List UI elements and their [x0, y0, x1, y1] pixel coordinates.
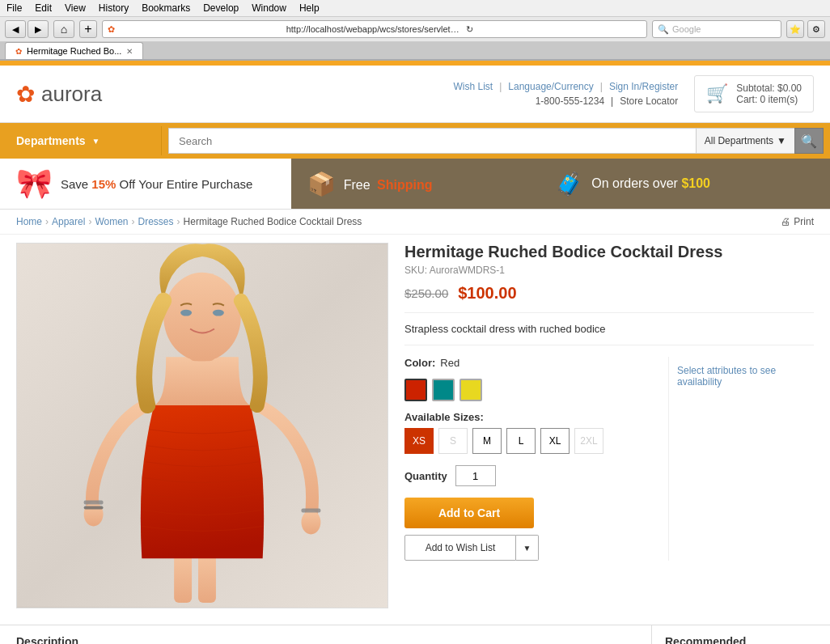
availability-text: Select attributes to see availability: [677, 365, 776, 388]
header-links: Wish List | Language/Currency | Sign In/…: [454, 81, 679, 107]
add-to-cart-button[interactable]: Add to Cart: [404, 498, 534, 528]
svg-point-11: [213, 310, 224, 316]
svg-rect-6: [84, 506, 104, 510]
color-swatch-red[interactable]: [404, 379, 427, 401]
refresh-button[interactable]: ↻: [466, 24, 642, 35]
color-value: Red: [440, 357, 459, 369]
print-button[interactable]: 🖨 Print: [781, 216, 814, 227]
home-button[interactable]: ⌂: [53, 20, 74, 38]
tab-favicon: ✿: [15, 47, 22, 56]
color-label: Color:: [404, 357, 435, 369]
menu-edit[interactable]: Edit: [35, 2, 52, 14]
store-locator-link[interactable]: Store Locator: [620, 95, 678, 107]
browser-chrome: File Edit View History Bookmarks Develop…: [0, 0, 830, 61]
breadcrumb-apparel[interactable]: Apparel: [52, 216, 85, 227]
color-attribute: Color: Red: [404, 357, 644, 369]
promo-shipping: 📦 Free Shipping: [291, 159, 539, 209]
quantity-row: Quantity: [404, 465, 644, 486]
color-swatch-teal[interactable]: [432, 379, 455, 401]
browser-search-bar[interactable]: 🔍 Google: [652, 20, 781, 38]
url-text: http://localhost/webapp/wcs/stores/servl…: [286, 24, 462, 34]
navigation-bar: Departments ▼ All Departments ▼ 🔍: [0, 123, 830, 159]
forward-button[interactable]: ▶: [28, 20, 49, 38]
add-to-wish-list-button[interactable]: Add to Wish List: [404, 535, 516, 561]
search-input[interactable]: [168, 128, 696, 154]
sizes-label: Available Sizes:: [404, 411, 644, 423]
promo-shipping-text: Free Shipping: [344, 175, 436, 193]
quantity-label: Quantity: [404, 470, 447, 482]
menu-history[interactable]: History: [99, 2, 129, 14]
print-label: Print: [794, 216, 814, 227]
color-swatch-yellow[interactable]: [459, 379, 482, 401]
size-s[interactable]: S: [438, 428, 468, 454]
departments-button[interactable]: Departments ▼: [0, 126, 162, 155]
departments-arrow-icon: ▼: [92, 137, 100, 146]
breadcrumb-women[interactable]: Women: [95, 216, 128, 227]
bookmark-button[interactable]: ⭐: [786, 20, 804, 38]
quantity-input[interactable]: [455, 465, 496, 486]
product-image-placeholder: [17, 244, 387, 608]
sku-value: AuroraWMDRS-1: [430, 265, 505, 276]
departments-label: Departments: [16, 134, 86, 147]
back-button[interactable]: ◀: [5, 20, 26, 38]
search-dept-label: All Departments: [705, 135, 773, 146]
menu-view[interactable]: View: [65, 2, 86, 14]
sign-in-link[interactable]: Sign In/Register: [609, 81, 678, 92]
browser-toolbar: ◀ ▶ ⌂ + ✿ http://localhost/webapp/wcs/st…: [0, 17, 830, 42]
cart-subtotal: Subtotal: $0.00: [736, 83, 802, 94]
product-details: Hermitage Ruched Bodice Cocktail Dress S…: [404, 243, 814, 608]
wish-list-link[interactable]: Wish List: [454, 81, 493, 92]
color-swatches: [404, 379, 644, 401]
breadcrumb-sep1: ›: [45, 216, 49, 227]
search-dept-arrow-icon: ▼: [777, 135, 786, 146]
size-l[interactable]: L: [506, 428, 536, 454]
phone-number: 1-800-555-1234: [536, 95, 604, 107]
size-xs[interactable]: XS: [404, 428, 434, 454]
promo-discount-text: Save 15% Off Your Entire Purchase: [61, 177, 252, 191]
breadcrumb-sep2: ›: [88, 216, 91, 227]
svg-point-9: [163, 273, 241, 362]
original-price: $250.00: [404, 286, 448, 300]
cart-count: Cart: 0 item(s): [736, 94, 802, 105]
menu-bookmarks[interactable]: Bookmarks: [142, 2, 190, 14]
settings-button[interactable]: ⚙: [807, 20, 825, 38]
menu-window[interactable]: Window: [252, 2, 286, 14]
search-button[interactable]: 🔍: [794, 128, 824, 154]
new-tab-button[interactable]: +: [79, 20, 97, 38]
menu-help[interactable]: Help: [299, 2, 320, 14]
product-area: Hermitage Ruched Bodice Cocktail Dress S…: [0, 235, 830, 616]
svg-point-3: [84, 502, 104, 527]
breadcrumb-dresses[interactable]: Dresses: [138, 216, 174, 227]
menu-develop[interactable]: Develop: [203, 2, 239, 14]
size-xl[interactable]: XL: [540, 428, 570, 454]
description-tab-header[interactable]: Description: [0, 625, 651, 644]
search-department-select[interactable]: All Departments ▼: [696, 128, 794, 154]
svg-rect-5: [84, 501, 104, 505]
logo-icon: ✿: [16, 81, 35, 108]
availability-area: Select attributes to see availability: [668, 357, 814, 561]
promo-orders: 🧳 On orders over $100: [539, 159, 830, 209]
breadcrumb-home[interactable]: Home: [16, 216, 42, 227]
cart-icon: 🛒: [706, 83, 728, 104]
promo-box-icon: 📦: [307, 171, 336, 197]
language-link[interactable]: Language/Currency: [508, 81, 593, 92]
active-tab[interactable]: ✿ Hermitage Ruched Bo... ✕: [5, 42, 143, 59]
description-tab: Description: [0, 625, 652, 644]
size-m[interactable]: M: [472, 428, 502, 454]
cart-widget[interactable]: 🛒 Subtotal: $0.00 Cart: 0 item(s): [694, 75, 814, 112]
size-swatches: XS S M L XL 2XL: [404, 428, 644, 454]
logo: ✿ aurora: [16, 81, 454, 108]
menu-file[interactable]: File: [6, 2, 22, 14]
promo-discount: 🎀 Save 15% Off Your Entire Purchase: [0, 159, 291, 209]
size-2xl[interactable]: 2XL: [574, 428, 603, 454]
recommended-header: Recommended: [652, 625, 830, 644]
page-content: ✿ aurora Wish List | Language/Currency |…: [0, 61, 830, 644]
wish-list-arrow-icon: ▼: [523, 544, 531, 553]
breadcrumb: Home › Apparel › Women › Dresses › Hermi…: [0, 210, 830, 235]
url-bar[interactable]: ✿ http://localhost/webapp/wcs/stores/ser…: [102, 20, 647, 38]
promo-bar: 🎀 Save 15% Off Your Entire Purchase 📦 Fr…: [0, 159, 830, 210]
wish-list-dropdown-button[interactable]: ▼: [516, 535, 539, 561]
product-price: $250.00 $100.00: [404, 284, 814, 313]
product-image-svg: [17, 244, 387, 608]
tab-close-button[interactable]: ✕: [126, 47, 133, 56]
